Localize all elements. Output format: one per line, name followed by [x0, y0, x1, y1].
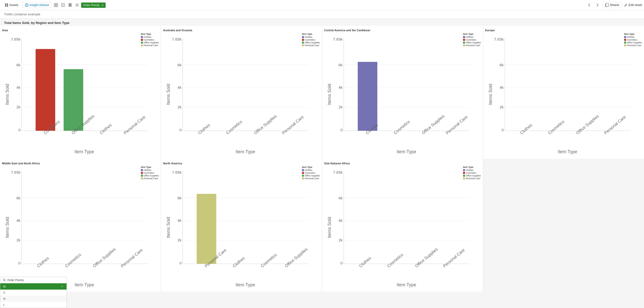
svg-text:Item Type: Item Type	[236, 282, 255, 287]
bar-na-personal[interactable]	[197, 194, 216, 264]
bar-ca-clothes[interactable]	[358, 62, 377, 131]
legend-na-cosmetics: Cosmetics	[302, 172, 320, 174]
layout-button[interactable]	[67, 2, 73, 8]
assets-button[interactable]: Assets	[2, 2, 21, 8]
legend-australia: Item Type Clothes Cosmetics Office Suppl…	[302, 33, 320, 47]
settings-button[interactable]	[74, 2, 80, 8]
svg-text:4k: 4k	[339, 218, 343, 223]
trellis-row-1: Asia Item Type Clothes Cosmetics Office …	[0, 26, 644, 159]
legend-item-au-personal: Personal Care	[302, 44, 320, 47]
legend-title-au: Item Type	[302, 33, 320, 35]
page-title: Trellis container example	[4, 12, 40, 16]
chart-title-australia: Australia and Oceania	[163, 29, 320, 32]
order-priority-chip[interactable]: Order Priority ×	[81, 3, 106, 8]
insight-icon	[25, 3, 28, 7]
svg-text:Cosmetics: Cosmetics	[386, 252, 404, 269]
au-cosmetics-swatch	[302, 39, 304, 41]
svg-text:Personal Care: Personal Care	[445, 114, 469, 135]
svg-rect-5	[54, 3, 56, 5]
svg-text:2k: 2k	[500, 105, 504, 109]
legend-me: Item Type Clothes Cosmetics Office Suppl…	[141, 166, 159, 180]
legend-ca-clothes: Clothes	[463, 36, 481, 38]
svg-text:4k: 4k	[177, 218, 182, 223]
legend-title-ca: Item Type	[463, 33, 481, 35]
layout-icon	[68, 3, 72, 7]
clothes-swatch	[141, 36, 143, 38]
legend-item-cosmetics: Cosmetics	[141, 39, 159, 41]
dropdown-item-h[interactable]: H	[0, 296, 67, 299]
chart-title-me: Middle East and North Africa	[2, 162, 159, 165]
dropdown-item-h-label: H	[3, 297, 5, 299]
svg-text:Item Type: Item Type	[397, 282, 416, 287]
svg-rect-12	[69, 5, 72, 6]
svg-text:Office Supplies: Office Supplies	[414, 247, 439, 268]
svg-rect-11	[69, 4, 72, 4]
edit-sheet-button[interactable]: Edit sheet	[624, 3, 642, 7]
dropdown-item-m[interactable]: M ✓	[0, 283, 67, 290]
edit-icon	[624, 3, 628, 7]
legend-na-office: Office Supplies	[302, 174, 320, 177]
chip-close-icon[interactable]: ×	[102, 3, 104, 7]
svg-text:Items Sold: Items Sold	[327, 217, 332, 238]
grid-view-button[interactable]	[53, 2, 59, 8]
legend-title-eu: Item Type	[624, 33, 642, 35]
svg-text:6k: 6k	[339, 196, 343, 200]
sheets-button[interactable]: Sheets	[602, 2, 622, 8]
legend-me-personal: Personal Care	[141, 177, 159, 180]
svg-rect-1	[7, 4, 8, 5]
svg-text:Item Type: Item Type	[75, 282, 94, 287]
bar-office[interactable]	[64, 69, 83, 131]
eu-personal-swatch	[624, 44, 626, 46]
legend-item-au-clothes: Clothes	[302, 36, 320, 38]
svg-text:Items Sold: Items Sold	[5, 217, 10, 238]
svg-text:4k: 4k	[16, 85, 21, 89]
dropdown-item-c[interactable]: C	[0, 290, 67, 296]
chart-cell-northamerica: North America Item Type Clothes Cosmetic…	[161, 159, 322, 292]
legend-ssa-cosmetics: Cosmetics	[463, 172, 481, 174]
legend-ca-office: Office Supplies	[463, 41, 481, 44]
chip-label: Order Priority	[83, 4, 100, 7]
svg-point-14	[77, 5, 78, 6]
dropdown-item-m-label: M	[3, 285, 6, 288]
svg-text:Items Sold: Items Sold	[327, 84, 332, 105]
chevron-left-icon	[587, 3, 591, 7]
svg-text:7.65k: 7.65k	[172, 170, 181, 174]
dropdown-item-c-label: C	[3, 291, 5, 294]
search-icon	[3, 279, 6, 282]
topbar-left: Assets Insight Advisor	[2, 2, 585, 8]
legend-me-cosmetics: Cosmetics	[141, 172, 159, 174]
svg-text:4k: 4k	[339, 85, 343, 89]
nav-back-button[interactable]	[586, 2, 592, 8]
analyze-button[interactable]	[60, 2, 66, 8]
chart-title-central: Central America and the Caribbean	[324, 29, 481, 32]
nav-forward-button[interactable]	[594, 2, 600, 8]
svg-text:Item Type: Item Type	[397, 149, 416, 154]
svg-text:0: 0	[18, 128, 21, 132]
svg-text:Cosmetics: Cosmetics	[393, 119, 411, 136]
svg-text:2k: 2k	[177, 105, 182, 109]
chart-title-na: North America	[163, 162, 320, 165]
svg-text:Office Supplies: Office Supplies	[253, 114, 278, 135]
svg-text:2k: 2k	[177, 238, 182, 242]
svg-text:Cosmetics: Cosmetics	[225, 119, 243, 136]
svg-text:7.65k: 7.65k	[333, 170, 343, 174]
svg-text:Cosmetics: Cosmetics	[260, 252, 278, 269]
edit-sheet-label: Edit sheet	[629, 3, 642, 7]
chart-cell-middleeast: Middle East and North Africa Item Type C…	[0, 159, 161, 292]
chart-cell-central: Central America and the Caribbean Item T…	[322, 26, 483, 159]
svg-text:Personal Care: Personal Care	[603, 114, 627, 135]
legend-na-clothes: Clothes	[302, 169, 320, 171]
legend-central: Item Type Clothes Cosmetics Office Suppl…	[463, 33, 481, 47]
insight-advisor-button[interactable]: Insight Advisor	[22, 2, 52, 8]
svg-text:4k: 4k	[500, 85, 504, 89]
ca-personal-swatch	[463, 44, 465, 46]
svg-text:2k: 2k	[16, 238, 21, 242]
bar-cosmetics[interactable]	[36, 49, 55, 131]
svg-line-130	[5, 281, 6, 281]
legend-na: Item Type Clothes Cosmetics Office Suppl…	[302, 166, 320, 180]
svg-text:Items Sold: Items Sold	[166, 84, 171, 105]
legend-title-na: Item Type	[302, 166, 320, 168]
legend-ca-personal: Personal Care	[463, 44, 481, 47]
ca-cosmetics-swatch	[463, 39, 465, 41]
page-title-bar: Trellis container example	[0, 10, 644, 18]
